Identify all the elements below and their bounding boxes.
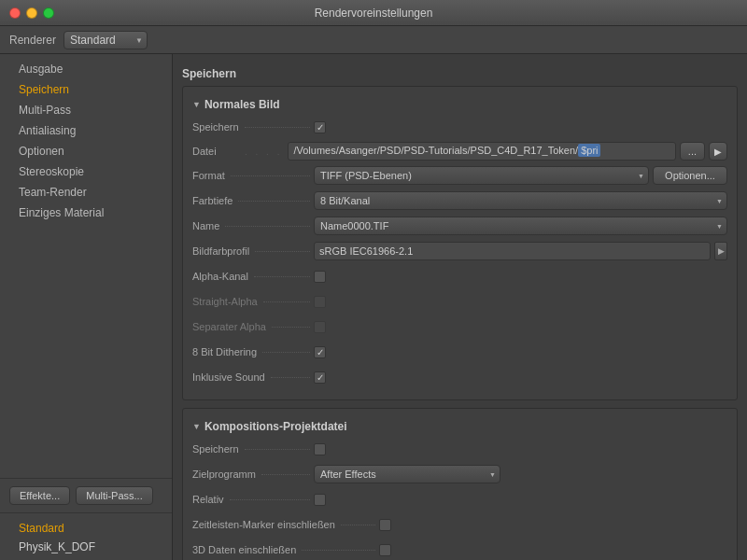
renderer-bar: Renderer Standard	[0, 26, 747, 54]
datei-browse-button[interactable]: ...	[680, 142, 705, 161]
minimize-button[interactable]	[26, 7, 37, 19]
inklusive-sound-row: Inklusive Sound	[192, 367, 727, 387]
sidebar-item-speichern[interactable]: Speichern	[0, 79, 172, 100]
window-controls[interactable]	[9, 7, 54, 19]
farbtiefe-row: Farbtiefe 8 Bit/Kanal	[192, 190, 727, 211]
format-label: Format	[192, 170, 314, 181]
sidebar: Ausgabe Speichern Multi-Pass Antialiasin…	[0, 54, 173, 560]
format-select-wrapper[interactable]: TIFF (PSD-Ebenen)	[314, 166, 649, 185]
renderer-select[interactable]: Standard	[63, 31, 148, 49]
komp-speichern-row: Speichern	[192, 439, 727, 459]
bit-dithering-checkbox[interactable]	[314, 346, 326, 358]
zielprogramm-label: Zielprogramm	[192, 469, 314, 480]
speichern-title: Speichern	[182, 67, 236, 80]
daten-label: 3D Daten einschließen	[192, 544, 379, 555]
relativ-label: Relativ	[192, 494, 314, 505]
separater-alpha-checkbox[interactable]	[314, 321, 326, 333]
normales-speichern-checkbox[interactable]	[314, 121, 326, 133]
close-button[interactable]	[9, 7, 21, 19]
inklusive-sound-label: Inklusive Sound	[192, 371, 314, 383]
farbtiefe-label: Farbtiefe	[192, 195, 314, 206]
datei-row: Datei . . . . /Volumes/Asanger/PSD/PSD-T…	[192, 142, 727, 161]
farbtiefe-select[interactable]: 8 Bit/Kanal	[314, 191, 727, 210]
sidebar-item-optionen[interactable]: Optionen	[0, 141, 172, 161]
bildfarbprofil-row: Bildfarbprofil sRGB IEC61966-2.1 ▶	[192, 241, 727, 261]
normales-bild-title: Normales Bild	[204, 98, 280, 111]
kompositions-arrow-icon: ▼	[192, 422, 201, 431]
name-select-wrapper[interactable]: Name0000.TIF	[314, 217, 727, 235]
sidebar-item-ausgabe[interactable]: Ausgabe	[0, 59, 172, 79]
kompositions-section: ▼ Kompositions-Projektdatei Speichern Zi…	[182, 408, 738, 560]
speichern-header: Speichern	[182, 67, 738, 80]
alpha-kanal-label: Alpha-Kanal	[192, 271, 314, 282]
relativ-checkbox[interactable]	[314, 494, 326, 506]
title-bar: Rendervoreinstellungen	[0, 0, 747, 26]
sidebar-item-antialiasing[interactable]: Antialiasing	[0, 120, 172, 141]
alpha-kanal-row: Alpha-Kanal	[192, 266, 727, 287]
daten-row: 3D Daten einschließen	[192, 539, 727, 560]
separater-alpha-label: Separater Alpha	[192, 321, 314, 332]
farbtiefe-select-wrapper[interactable]: 8 Bit/Kanal	[314, 191, 727, 210]
datei-highlight: $pri	[578, 144, 600, 157]
datei-path-input[interactable]: /Volumes/Asanger/PSD/PSD-Tutorials/PSD_C…	[288, 142, 675, 161]
bit-dithering-row: 8 Bit Dithering	[192, 342, 727, 362]
format-optionen-button[interactable]: Optionen...	[653, 166, 727, 185]
separater-alpha-row: Separater Alpha	[192, 316, 727, 337]
bildfarbprofil-value: sRGB IEC61966-2.1	[314, 242, 711, 260]
preset-standard[interactable]: Standard	[0, 519, 172, 538]
format-row: Format TIFF (PSD-Ebenen) Optionen...	[192, 165, 727, 186]
zielprogramm-select-wrapper[interactable]: After Effects	[314, 465, 500, 483]
bildfarbprofil-label: Bildfarbprofil	[192, 245, 314, 257]
datei-label: Datei	[192, 146, 239, 157]
normales-speichern-row: Speichern	[192, 117, 727, 137]
renderer-select-wrapper[interactable]: Standard	[63, 31, 148, 49]
datei-dots: . . . .	[245, 147, 282, 157]
bildfarbprofil-value-row: sRGB IEC61966-2.1 ▶	[314, 242, 727, 260]
sidebar-item-einziges-material[interactable]: Einziges Material	[0, 203, 172, 223]
preset-physik[interactable]: Physik_K_DOF	[0, 538, 172, 556]
relativ-row: Relativ	[192, 489, 727, 510]
straight-alpha-label: Straight-Alpha	[192, 296, 314, 307]
section-arrow-icon: ▼	[192, 100, 201, 109]
sidebar-item-teamrender[interactable]: Team-Render	[0, 182, 172, 203]
name-row: Name Name0000.TIF	[192, 216, 727, 236]
zeitleisten-label: Zeitleisten-Marker einschließen	[192, 519, 379, 530]
normales-bild-header: ▼ Normales Bild	[192, 98, 727, 111]
daten-checkbox[interactable]	[379, 544, 391, 556]
zeitleisten-checkbox[interactable]	[379, 519, 391, 531]
bit-dithering-label: 8 Bit Dithering	[192, 346, 314, 357]
format-select[interactable]: TIFF (PSD-Ebenen)	[314, 166, 649, 185]
straight-alpha-checkbox[interactable]	[314, 296, 326, 308]
zielprogramm-row: Zielprogramm After Effects	[192, 464, 727, 484]
sidebar-item-multipass[interactable]: Multi-Pass	[0, 100, 172, 120]
sidebar-item-stereoskopie[interactable]: Stereoskopie	[0, 161, 172, 182]
sidebar-footer: Effekte... Multi-Pass...	[0, 478, 172, 512]
inklusive-sound-checkbox[interactable]	[314, 371, 326, 384]
sidebar-presets: Standard Physik_K_DOF	[0, 512, 172, 560]
effekte-button[interactable]: Effekte...	[9, 486, 70, 505]
normales-bild-section: ▼ Normales Bild Speichern Datei . . . . …	[182, 86, 738, 400]
main-layout: Ausgabe Speichern Multi-Pass Antialiasin…	[0, 54, 747, 560]
zeitleisten-row: Zeitleisten-Marker einschließen	[192, 514, 727, 535]
maximize-button[interactable]	[43, 7, 54, 19]
kompositions-header: ▼ Kompositions-Projektdatei	[192, 420, 727, 433]
komp-speichern-checkbox[interactable]	[314, 443, 326, 455]
multipass-button[interactable]: Multi-Pass...	[76, 486, 153, 505]
straight-alpha-row: Straight-Alpha	[192, 291, 727, 312]
sidebar-nav: Ausgabe Speichern Multi-Pass Antialiasin…	[0, 54, 172, 478]
normales-speichern-label: Speichern	[192, 121, 314, 133]
window-title: Rendervoreinstellungen	[315, 7, 433, 20]
kompositions-title: Kompositions-Projektdatei	[204, 420, 347, 433]
name-select[interactable]: Name0000.TIF	[314, 217, 727, 235]
renderer-label: Renderer	[9, 34, 56, 47]
komp-speichern-label: Speichern	[192, 443, 314, 455]
zielprogramm-select[interactable]: After Effects	[314, 465, 500, 483]
bildfarbprofil-arrow[interactable]: ▶	[714, 242, 727, 260]
name-label: Name	[192, 220, 314, 231]
datei-arrow-button[interactable]: ▶	[709, 142, 727, 161]
content-area: Speichern ▼ Normales Bild Speichern Date…	[173, 54, 747, 560]
alpha-kanal-checkbox[interactable]	[314, 271, 326, 283]
